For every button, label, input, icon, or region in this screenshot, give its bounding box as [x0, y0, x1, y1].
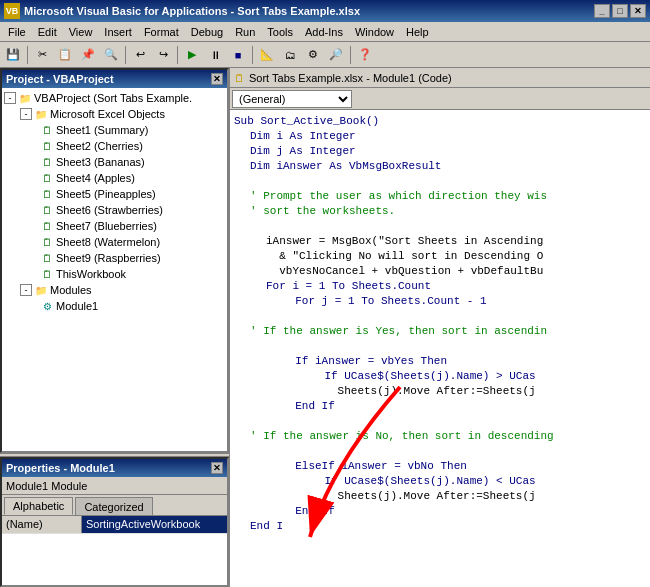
toolbar-copy[interactable]: 📋	[54, 44, 76, 66]
toolbar-paste[interactable]: 📌	[77, 44, 99, 66]
tree-sheet6-label: Sheet6 (Strawberries)	[56, 204, 163, 216]
tree-thisworkbook-label: ThisWorkbook	[56, 268, 126, 280]
root-folder-icon: 📁	[18, 91, 32, 105]
project-tree[interactable]: - 📁 VBAProject (Sort Tabs Example. - 📁 M…	[2, 88, 227, 451]
toolbar-pause[interactable]: ⏸	[204, 44, 226, 66]
tab-categorized[interactable]: Categorized	[75, 497, 152, 515]
modules-expander[interactable]: -	[20, 284, 32, 296]
menu-bar: File Edit View Insert Format Debug Run T…	[0, 22, 650, 42]
root-expander[interactable]: -	[4, 92, 16, 104]
menu-file[interactable]: File	[2, 24, 32, 40]
project-panel: Project - VBAProject ✕ - 📁 VBAProject (S…	[0, 68, 229, 453]
toolbar-run[interactable]: ▶	[181, 44, 203, 66]
toolbar-project[interactable]: 🗂	[279, 44, 301, 66]
menu-run[interactable]: Run	[229, 24, 261, 40]
tree-sheet5-label: Sheet5 (Pineapples)	[56, 188, 156, 200]
code-line-22: ' If the answer is No, then sort in desc…	[234, 429, 646, 444]
code-line-20: End If	[234, 399, 646, 414]
properties-panel: Properties - Module1 ✕ Module1 Module Al…	[0, 457, 229, 587]
toolbar-find[interactable]: 🔍	[100, 44, 122, 66]
toolbar-redo[interactable]: ↪	[152, 44, 174, 66]
tree-modules[interactable]: - 📁 Modules	[20, 282, 225, 298]
tree-module1-label: Module1	[56, 300, 98, 312]
maximize-button[interactable]: □	[612, 4, 628, 18]
tree-excel-objects[interactable]: - 📁 Microsoft Excel Objects	[20, 106, 225, 122]
menu-debug[interactable]: Debug	[185, 24, 229, 40]
sheet1-icon: 🗒	[40, 123, 54, 137]
code-line-25: If UCase$(Sheets(j).Name) < UCas	[234, 474, 646, 489]
thisworkbook-icon: 🗒	[40, 267, 54, 281]
tree-sheet4[interactable]: 🗒 Sheet4 (Apples)	[40, 170, 225, 186]
toolbar-sep2	[125, 46, 126, 64]
modules-icon: 📁	[34, 283, 48, 297]
excel-objects-icon: 📁	[34, 107, 48, 121]
toolbar-save[interactable]: 💾	[2, 44, 24, 66]
props-name-value[interactable]: SortingActiveWorkbook	[82, 516, 227, 533]
code-panel-title-text: Sort Tabs Example.xlsx - Module1 (Code)	[249, 72, 452, 84]
tree-sheet1-label: Sheet1 (Summary)	[56, 124, 148, 136]
sheet9-icon: 🗒	[40, 251, 54, 265]
sheets-list: 🗒 Sheet1 (Summary) 🗒 Sheet2 (Cherries) 🗒…	[20, 122, 225, 282]
tree-thisworkbook[interactable]: 🗒 ThisWorkbook	[40, 266, 225, 282]
tree-sheet7-label: Sheet7 (Blueberries)	[56, 220, 157, 232]
code-toolbar: (General)	[230, 88, 650, 110]
sheet6-icon: 🗒	[40, 203, 54, 217]
properties-panel-close[interactable]: ✕	[211, 462, 223, 474]
menu-edit[interactable]: Edit	[32, 24, 63, 40]
code-line-5	[234, 174, 646, 189]
project-panel-close[interactable]: ✕	[211, 73, 223, 85]
tree-root-label: VBAProject (Sort Tabs Example.	[34, 92, 192, 104]
sheet2-icon: 🗒	[40, 139, 54, 153]
toolbar-sep4	[252, 46, 253, 64]
menu-window[interactable]: Window	[349, 24, 400, 40]
tree-sheet8[interactable]: 🗒 Sheet8 (Watermelon)	[40, 234, 225, 250]
code-line-4: Dim iAnswer As VbMsgBoxResult	[234, 159, 646, 174]
project-panel-title: Project - VBAProject ✕	[2, 70, 227, 88]
code-line-15: ' If the answer is Yes, then sort in asc…	[234, 324, 646, 339]
tree-sheet2[interactable]: 🗒 Sheet2 (Cherries)	[40, 138, 225, 154]
code-line-19: Sheets(j).Move After:=Sheets(j	[234, 384, 646, 399]
project-panel-label: Project - VBAProject	[6, 73, 114, 85]
tree-sheet9[interactable]: 🗒 Sheet9 (Raspberries)	[40, 250, 225, 266]
toolbar-cut[interactable]: ✂	[31, 44, 53, 66]
general-dropdown[interactable]: (General)	[232, 90, 352, 108]
menu-insert[interactable]: Insert	[98, 24, 138, 40]
tree-sheet2-label: Sheet2 (Cherries)	[56, 140, 143, 152]
title-bar-controls: _ □ ✕	[594, 4, 646, 18]
code-line-17: If iAnswer = vbYes Then	[234, 354, 646, 369]
toolbar-undo[interactable]: ↩	[129, 44, 151, 66]
toolbar-sep1	[27, 46, 28, 64]
tree-sheet6[interactable]: 🗒 Sheet6 (Strawberries)	[40, 202, 225, 218]
toolbar-stop[interactable]: ■	[227, 44, 249, 66]
menu-addins[interactable]: Add-Ins	[299, 24, 349, 40]
code-area[interactable]: Sub Sort_Active_Book() Dim i As Integer …	[230, 110, 650, 587]
props-name-label: (Name)	[2, 516, 82, 533]
excel-objects-expander[interactable]: -	[20, 108, 32, 120]
tree-excel-objects-label: Microsoft Excel Objects	[50, 108, 165, 120]
properties-panel-label: Properties - Module1	[6, 462, 115, 474]
tree-sheet7[interactable]: 🗒 Sheet7 (Blueberries)	[40, 218, 225, 234]
left-panel: Project - VBAProject ✕ - 📁 VBAProject (S…	[0, 68, 230, 587]
code-line-7: ' sort the worksheets.	[234, 204, 646, 219]
title-bar: VB Microsoft Visual Basic for Applicatio…	[0, 0, 650, 22]
menu-help[interactable]: Help	[400, 24, 435, 40]
tree-sheet1[interactable]: 🗒 Sheet1 (Summary)	[40, 122, 225, 138]
tree-sheet5[interactable]: 🗒 Sheet5 (Pineapples)	[40, 186, 225, 202]
menu-format[interactable]: Format	[138, 24, 185, 40]
main-layout: Project - VBAProject ✕ - 📁 VBAProject (S…	[0, 68, 650, 587]
toolbar-props[interactable]: ⚙	[302, 44, 324, 66]
toolbar-objectbrowser[interactable]: 🔎	[325, 44, 347, 66]
tab-alphabetic[interactable]: Alphabetic	[4, 497, 73, 515]
menu-tools[interactable]: Tools	[261, 24, 299, 40]
toolbar-sep3	[177, 46, 178, 64]
tree-module1[interactable]: ⚙ Module1	[40, 298, 225, 314]
code-line-9: iAnswer = MsgBox("Sort Sheets in Ascendi…	[234, 234, 646, 249]
close-button[interactable]: ✕	[630, 4, 646, 18]
code-panel-icon: 🗒	[234, 72, 245, 84]
menu-view[interactable]: View	[63, 24, 99, 40]
toolbar-help[interactable]: ❓	[354, 44, 376, 66]
tree-sheet3[interactable]: 🗒 Sheet3 (Bananas)	[40, 154, 225, 170]
toolbar-design[interactable]: 📐	[256, 44, 278, 66]
tree-root[interactable]: - 📁 VBAProject (Sort Tabs Example.	[4, 90, 225, 106]
minimize-button[interactable]: _	[594, 4, 610, 18]
